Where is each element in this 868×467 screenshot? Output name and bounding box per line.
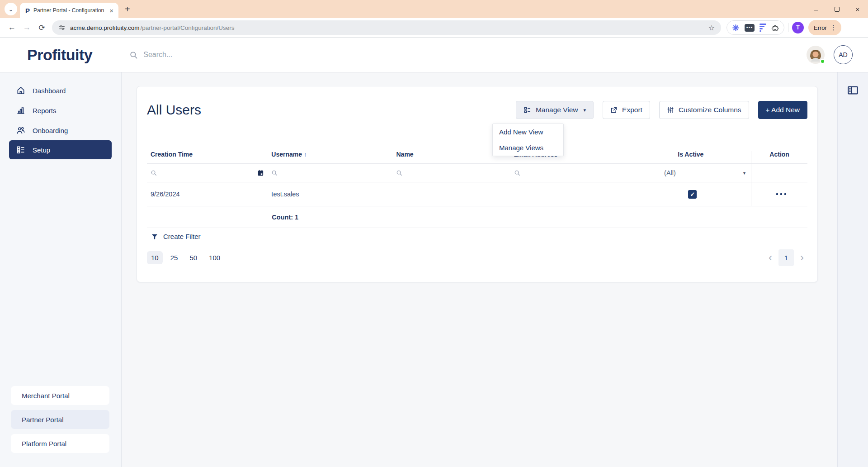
back-button[interactable]: ← [5,23,19,32]
sidebar-item-onboarding[interactable]: Onboarding [0,120,121,140]
create-filter-label: Create Filter [163,233,201,240]
sidebar-item-setup[interactable]: Setup [9,140,112,159]
url-domain: acme.demo.profituity.com [70,24,140,31]
browser-tab[interactable]: P Partner Portal - Configuration - × [20,3,118,18]
search-icon [514,170,520,176]
chevron-down-icon: ⌄ [9,6,14,13]
header-right: AD [807,45,859,64]
export-icon [610,106,618,114]
cell-is-active: ✓ [630,182,751,206]
cell-action [751,182,807,206]
tab-close-icon[interactable]: × [108,7,115,14]
row-actions-button[interactable] [755,193,807,195]
account-initials-badge[interactable]: AD [834,45,853,64]
add-new-label: + Add New [766,106,800,114]
filter-action-empty [751,164,807,182]
previous-page-icon[interactable]: ‹ [769,252,772,263]
filter-creation-time[interactable] [147,164,268,182]
menu-item-manage-views[interactable]: Manage Views [493,140,563,156]
filter-name[interactable] [392,164,510,182]
menu-item-add-new-view[interactable]: Add New View [493,124,563,140]
main-content: All Users Manage View ▾ Export Customize… [122,72,837,467]
filter-lines-extension-icon[interactable] [760,24,766,32]
maximize-icon [835,7,840,12]
profituity-logo: Profituity [27,46,92,64]
sidebar-item-label: Reports [33,107,57,114]
next-page-icon[interactable]: › [800,252,804,263]
side-panel-icon [847,84,859,96]
page-size-25[interactable]: 25 [166,251,182,264]
table-filter-row: (All) ▾ [147,164,807,182]
sort-ascending-icon: ↑ [304,152,307,158]
setup-list-icon [16,145,25,154]
app-header: Profituity AD [0,38,868,72]
customize-columns-button[interactable]: Customize Columns [659,101,749,119]
cell-email [510,182,631,206]
page-size-100[interactable]: 100 [205,251,224,264]
bookmark-star-icon[interactable]: ☆ [708,24,715,32]
table-row[interactable]: 9/26/2024 test.sales ✓ [147,182,807,206]
column-header-username[interactable]: Username↑ [268,151,392,164]
platform-portal-button[interactable]: Platform Portal [11,434,109,453]
maximize-button[interactable] [826,0,847,18]
is-active-checkbox[interactable]: ✓ [688,190,697,199]
search-icon [151,170,157,176]
close-button[interactable]: × [847,0,868,18]
right-rail [837,72,868,467]
error-menu-button[interactable]: Error ⋮ [808,20,841,35]
manage-view-button[interactable]: Manage View ▾ [516,101,594,119]
calendar-icon[interactable] [257,169,264,176]
sliders-icon [667,106,674,114]
manage-view-label: Manage View [536,106,578,114]
export-button[interactable]: Export [603,101,650,119]
online-status-dot [820,59,825,64]
url-bar[interactable]: acme.demo.profituity.com/partner-portal/… [52,20,721,35]
browser-toolbar: ← → ⟳ acme.demo.profituity.com/partner-p… [0,18,868,38]
new-tab-button[interactable]: + [125,4,130,14]
page-size-50[interactable]: 50 [185,251,201,264]
error-label: Error [814,24,827,31]
sidebar-item-dashboard[interactable]: Dashboard [0,81,121,100]
dots-extension-icon[interactable]: ••• [745,24,755,32]
refresh-button[interactable]: ⟳ [34,23,49,33]
sidebar-item-reports[interactable]: Reports [0,100,121,120]
browser-profile-avatar[interactable]: T [792,22,804,33]
users-card: All Users Manage View ▾ Export Customize… [137,86,818,282]
filter-email[interactable] [510,164,631,182]
extensions-pill: ••• [726,20,784,35]
kebab-menu-icon: ⋮ [830,24,837,32]
minimize-button[interactable]: – [806,0,826,18]
extensions-puzzle-icon[interactable] [771,24,779,32]
window-controls: – × [806,0,868,18]
merchant-portal-button[interactable]: Merchant Portal [11,386,109,405]
add-new-button[interactable]: + Add New [758,101,807,119]
cell-creation-time: 9/26/2024 [147,182,268,206]
toolbar-divider [788,23,788,32]
forward-button[interactable]: → [19,23,34,32]
filter-is-active-select[interactable]: (All) ▾ [630,164,751,182]
tab-search-button[interactable]: ⌄ [5,3,17,15]
sidebar-item-label: Onboarding [33,127,68,134]
panel-toggle-button[interactable] [847,84,859,467]
url-path: /partner-portal/Configuration/Users [141,24,235,31]
column-header-is-active[interactable]: Is Active [630,151,751,164]
partner-portal-button[interactable]: Partner Portal [11,410,109,429]
pagination: 10 25 50 100 ‹ 1 › [147,245,807,270]
table-header-row: Creation Time Username↑ Name Email Addre… [147,151,807,164]
row-count: Count: 1 [268,214,298,221]
page-size-10[interactable]: 10 [147,251,163,264]
column-header-creation-time[interactable]: Creation Time [147,151,268,164]
site-settings-icon[interactable] [58,24,66,31]
current-page[interactable]: 1 [778,249,794,266]
global-search [129,51,279,59]
filter-username[interactable] [268,164,392,182]
create-filter-button[interactable]: Create Filter [147,228,807,245]
users-table: Creation Time Username↑ Name Email Addre… [147,151,807,228]
is-active-filter-value: (All) [664,169,676,176]
search-icon [271,170,278,176]
search-icon [129,51,138,59]
user-avatar[interactable] [807,46,825,64]
search-icon [396,170,402,176]
search-input[interactable] [143,51,279,59]
spinner-extension-icon[interactable] [732,24,740,32]
